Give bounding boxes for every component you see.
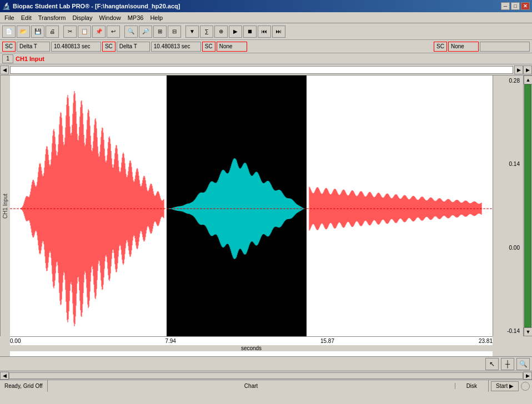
waveform-canvas <box>10 75 493 336</box>
scroll-left-arrow[interactable]: ◀ <box>0 65 9 74</box>
status-chart: Chart <box>48 383 455 389</box>
meas-val2: 10.480813 sec <box>151 42 201 52</box>
paste-button[interactable]: 📌 <box>92 26 106 38</box>
start-button[interactable]: Start ▶ <box>491 381 519 391</box>
menu-item-mp36[interactable]: MP36 <box>124 14 147 22</box>
menu-item-transform[interactable]: Transform <box>35 14 69 22</box>
menu-bar: FileEditTransformDisplayWindowMP36Help <box>0 12 532 23</box>
print-button[interactable]: 🖨 <box>46 26 59 38</box>
sc3-button[interactable]: SC <box>202 42 215 52</box>
cursor-crosshair-tool[interactable]: ┼ <box>501 358 514 370</box>
h-scroll-left[interactable]: ◀ <box>0 372 9 380</box>
zoom-fit-button[interactable]: ⊞ <box>153 26 167 38</box>
y-tick-top: 0.28 <box>494 78 522 84</box>
status-bar: Ready, Grid Off Chart Disk Start ▶ <box>0 380 532 392</box>
cut-button[interactable]: ✂ <box>63 26 77 38</box>
play-button[interactable]: ▶ <box>229 26 242 38</box>
scroll-right-arrow2[interactable]: ▶ <box>523 65 532 74</box>
sc2-button[interactable]: SC <box>102 42 116 52</box>
tool2-button[interactable]: ∑ <box>200 26 213 38</box>
toolbar: 📄 📂 💾 🖨 ✂ 📋 📌 ↩ 🔍 🔎 ⊞ ⊟ ▼ ∑ ⊕ ▶ ⏹ ⏮ ⏭ <box>0 23 532 40</box>
menu-item-window[interactable]: Window <box>96 14 124 22</box>
y-tick-lower: -0.14 <box>494 328 522 334</box>
app-icon: 🔬 <box>2 2 11 10</box>
meas-none1[interactable]: None <box>217 42 247 52</box>
open-button[interactable]: 📂 <box>17 26 30 38</box>
bottom-toolbar: ↖ ┼ 🔍 <box>0 356 532 371</box>
measurement-bar: SC Delta T 10.480813 sec SC Delta T 10.4… <box>0 40 532 53</box>
scroll-track[interactable] <box>10 66 513 74</box>
undo-button[interactable]: ↩ <box>107 26 120 38</box>
y-tick-zero: 0.00 <box>494 245 522 251</box>
sc1-button[interactable]: SC <box>2 42 16 52</box>
record-button[interactable]: ⏮ <box>258 26 271 38</box>
y-scroll-up[interactable]: ▲ <box>524 75 532 84</box>
stop-button[interactable]: ⏹ <box>243 26 257 38</box>
y-axis-scale: 0.28 0.14 0.00 -0.14 <box>493 75 523 336</box>
y-axis-label: CH1 Input <box>0 75 10 336</box>
title-bar-controls: ─ □ ✕ <box>501 2 530 10</box>
time-tick-0: 0.00 <box>10 338 21 344</box>
channel-name: CH1 Input <box>16 55 44 62</box>
time-axis-label: seconds <box>10 345 493 351</box>
meas-none2[interactable]: None <box>448 42 479 52</box>
meas-empty <box>480 42 530 52</box>
tool3-button[interactable]: ⊕ <box>214 26 228 38</box>
cursor-arrow-tool[interactable]: ↖ <box>485 358 499 370</box>
time-tick-1: 7.94 <box>165 338 175 344</box>
menu-item-file[interactable]: File <box>1 14 18 22</box>
app-title: Biopac Student Lab PRO® - [F:\hangtan\so… <box>13 3 180 9</box>
meas-field1: Delta T <box>17 42 50 52</box>
meas-field2: Delta T <box>117 42 150 52</box>
zoom-select-button[interactable]: ⊟ <box>168 26 181 38</box>
maximize-button[interactable]: □ <box>511 2 520 10</box>
zoom-in-button[interactable]: 🔍 <box>124 26 138 38</box>
title-bar-left: 🔬 Biopac Student Lab PRO® - [F:\hangtan\… <box>2 2 180 10</box>
minimize-button[interactable]: ─ <box>501 2 510 10</box>
status-disk: Disk <box>455 380 489 392</box>
y-scroll-bar: ▲ ▼ <box>523 75 532 336</box>
time-axis: 0.00 7.94 15.87 23.81 seconds <box>10 336 493 356</box>
menu-item-display[interactable]: Display <box>69 14 96 22</box>
time-tick-3: 23.81 <box>479 338 493 344</box>
fast-button[interactable]: ⏭ <box>272 26 285 38</box>
y-scroll-down[interactable]: ▼ <box>524 327 532 336</box>
new-button[interactable]: 📄 <box>2 26 16 38</box>
menu-item-help[interactable]: Help <box>147 14 166 22</box>
chart-canvas[interactable] <box>10 75 493 336</box>
cursor-zoom-tool[interactable]: 🔍 <box>516 358 530 370</box>
time-ticks-row: 0.00 7.94 15.87 23.81 <box>10 336 493 345</box>
time-tick-2: 15.87 <box>320 338 334 344</box>
status-ready: Ready, Grid Off <box>0 380 48 392</box>
copy-button[interactable]: 📋 <box>78 26 91 38</box>
y-scroll-track[interactable] <box>524 84 531 327</box>
y-tick-upper: 0.14 <box>494 161 522 167</box>
tool1-button[interactable]: ▼ <box>185 26 199 38</box>
record-indicator[interactable] <box>521 382 530 391</box>
menu-item-edit[interactable]: Edit <box>18 14 35 22</box>
channel-number: 1 <box>2 54 13 63</box>
h-scroll-right[interactable]: ▶ <box>523 372 532 380</box>
title-bar: 🔬 Biopac Student Lab PRO® - [F:\hangtan\… <box>0 0 532 12</box>
save-button[interactable]: 💾 <box>31 26 44 38</box>
close-button[interactable]: ✕ <box>521 2 530 10</box>
horizontal-scroll-bar: ◀ ▶ ▶ <box>0 64 532 75</box>
h-scroll-track[interactable] <box>9 372 523 379</box>
sc4-button[interactable]: SC <box>434 42 447 52</box>
main-chart-area: CH1 Input 0.28 0.14 0.00 -0.14 ▲ ▼ <box>0 75 532 336</box>
channel-label-row: 1 CH1 Input <box>0 53 532 64</box>
bottom-h-scroll: ◀ ▶ <box>0 371 532 380</box>
meas-val1: 10.480813 sec <box>51 42 101 52</box>
zoom-out-button[interactable]: 🔎 <box>139 26 152 38</box>
scroll-right-arrow1[interactable]: ▶ <box>514 65 523 74</box>
